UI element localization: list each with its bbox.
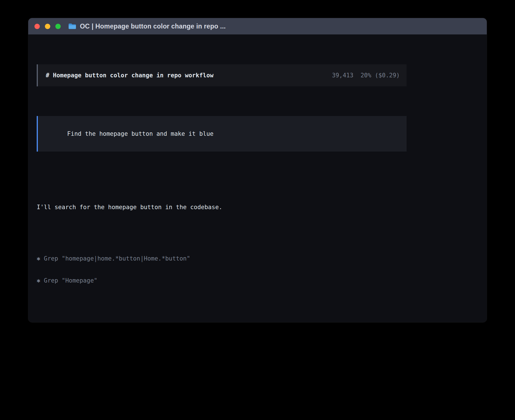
assistant-text: I'll search for the homepage button in t…	[37, 204, 407, 211]
folder-icon	[68, 23, 77, 30]
session-usage: 39,413 20% ($0.29)	[332, 72, 400, 79]
user-message: Find the homepage button and make it blu…	[37, 116, 407, 152]
user-message-text: Find the homepage button and make it blu…	[67, 130, 213, 137]
window-title: OC | Homepage button color change in rep…	[80, 23, 226, 30]
close-button[interactable]	[34, 24, 40, 29]
session-title: # Homepage button color change in repo w…	[46, 72, 213, 79]
tool-call-grep: ✱ Grep "Homepage"	[37, 277, 407, 284]
window-titlebar[interactable]: OC | Homepage button color change in rep…	[28, 18, 487, 34]
token-count: 39,413	[332, 72, 353, 79]
context-cost: 20% ($0.29)	[361, 72, 400, 79]
terminal-content: # Homepage button color change in repo w…	[37, 42, 407, 322]
session-header: # Homepage button color change in repo w…	[37, 64, 407, 86]
conversation: I'll search for the homepage button in t…	[37, 181, 407, 322]
traffic-lights	[34, 24, 61, 29]
zoom-button[interactable]	[55, 24, 61, 29]
terminal-window: OC | Homepage button color change in rep…	[28, 18, 487, 322]
tool-call-group: ✱ Grep "homepage|home.*button|Home.*butt…	[37, 240, 407, 299]
tool-call-grep: ✱ Grep "homepage|home.*button|Home.*butt…	[37, 255, 407, 262]
minimize-button[interactable]	[45, 24, 50, 29]
